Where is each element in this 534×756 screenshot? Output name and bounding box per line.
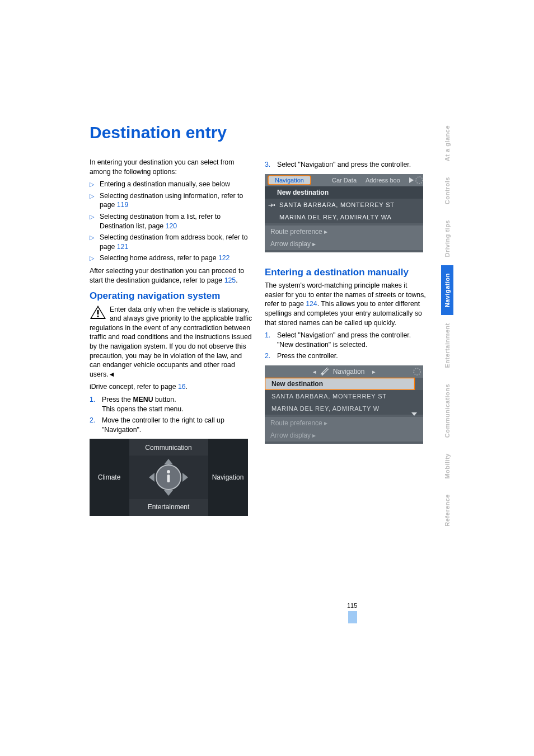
bullet-text: Entering a destination manually, see bel… bbox=[100, 180, 252, 189]
page-link[interactable]: 124 bbox=[306, 300, 317, 308]
svg-text:SANTA BARBARA, MONTERREY ST: SANTA BARBARA, MONTERREY ST bbox=[271, 393, 387, 400]
svg-text:➔•: ➔• bbox=[268, 201, 275, 208]
idrive-left-label: Climate bbox=[98, 473, 121, 481]
bullet-text: Selecting destination from a list, refer… bbox=[100, 212, 252, 231]
svg-text:Navigation: Navigation bbox=[275, 177, 304, 184]
bullet-text: Selecting home address, refer to page 12… bbox=[100, 253, 252, 263]
intro-text: In entering your destination you can sel… bbox=[90, 158, 252, 176]
bullet-text: Selecting destination from address book,… bbox=[100, 233, 252, 251]
page-link[interactable]: 121 bbox=[117, 243, 129, 251]
step-number: 1. bbox=[265, 331, 277, 340]
svg-text:Car Data: Car Data bbox=[332, 177, 357, 184]
svg-point-10 bbox=[167, 470, 170, 473]
after-select-text: After selecting your destination you can… bbox=[90, 266, 252, 285]
side-tabs: At a glance Controls Driving tips Naviga… bbox=[441, 118, 453, 534]
svg-text:New destination: New destination bbox=[271, 380, 323, 388]
warning-block: Enter data only when the vehicle is stat… bbox=[90, 305, 252, 379]
svg-text:Address boo: Address boo bbox=[366, 177, 400, 184]
end-marker-icon: ◄ bbox=[109, 370, 115, 378]
svg-point-40 bbox=[321, 373, 324, 375]
svg-text:MARINA DEL REY, ADMIRALTY W: MARINA DEL REY, ADMIRALTY W bbox=[271, 405, 380, 412]
step-number: 2. bbox=[265, 351, 277, 361]
step-number: 1. bbox=[90, 395, 102, 405]
step-text: Select "Navigation" and press the contro… bbox=[277, 160, 428, 170]
svg-text:Route preference  ▸: Route preference ▸ bbox=[270, 228, 327, 236]
step-number: 3. bbox=[265, 160, 277, 170]
list-item: 2. Press the controller. bbox=[265, 351, 428, 361]
step-number: 2. bbox=[90, 416, 102, 425]
heading-enter-manual: Entering a destination manually bbox=[265, 267, 428, 278]
svg-text:Route preference ▸: Route preference ▸ bbox=[270, 419, 327, 427]
tab-controls[interactable]: Controls bbox=[441, 169, 453, 212]
step-text: Select "Navigation" and press the contro… bbox=[277, 331, 428, 349]
page-title: Destination entry bbox=[90, 123, 428, 142]
page-number: 115 bbox=[347, 602, 357, 609]
nav-screenshot-2: ◂ Navigation ▸ New destinati bbox=[265, 365, 428, 444]
left-steps: 1. Press the MENU button. This opens the… bbox=[90, 395, 252, 434]
svg-rect-3 bbox=[97, 316, 99, 317]
list-item: ▷ Selecting destination from a list, ref… bbox=[90, 212, 252, 231]
step-text: Move the controller to the right to call… bbox=[102, 416, 252, 434]
svg-text:New destination: New destination bbox=[277, 189, 329, 196]
list-item: ▷ Selecting home address, refer to page … bbox=[90, 253, 252, 263]
svg-text:Arrow display ▸: Arrow display ▸ bbox=[270, 240, 316, 248]
tab-reference[interactable]: Reference bbox=[441, 486, 453, 534]
idrive-menu-illustration: Communication Climate Navigation Enterta… bbox=[90, 439, 252, 516]
triangle-icon: ▷ bbox=[90, 212, 94, 222]
left-column: In entering your destination you can sel… bbox=[90, 158, 252, 516]
step-text: Press the controller. bbox=[277, 351, 428, 361]
heading-operating-nav: Operating navigation system bbox=[90, 290, 252, 302]
step-text: Press the MENU button. This opens the st… bbox=[102, 395, 252, 414]
svg-rect-11 bbox=[167, 475, 170, 482]
tab-entertainment[interactable]: Entertainment bbox=[441, 315, 453, 375]
idrive-bottom-label: Entertainment bbox=[148, 503, 190, 511]
manual-para: The system's word-matching principle mak… bbox=[265, 281, 428, 327]
svg-text:◂: ◂ bbox=[313, 368, 316, 375]
tab-driving-tips[interactable]: Driving tips bbox=[441, 212, 453, 265]
idrive-right-label: Navigation bbox=[212, 473, 244, 481]
triangle-icon: ▷ bbox=[90, 233, 94, 242]
list-item: 1. Press the MENU button. This opens the… bbox=[90, 395, 252, 414]
tab-mobility[interactable]: Mobility bbox=[441, 445, 453, 487]
bullet-text: Selecting destination using information,… bbox=[100, 191, 252, 210]
svg-text:Arrow display ▸: Arrow display ▸ bbox=[270, 431, 316, 439]
svg-text:SANTA BARBARA, MONTERREY ST: SANTA BARBARA, MONTERREY ST bbox=[279, 201, 395, 208]
list-item: 1. Select "Navigation" and press the con… bbox=[265, 331, 428, 349]
svg-rect-2 bbox=[97, 310, 99, 314]
triangle-icon: ▷ bbox=[90, 180, 94, 189]
manual-steps: 1. Select "Navigation" and press the con… bbox=[265, 331, 428, 361]
page-link[interactable]: 125 bbox=[224, 276, 236, 284]
tab-at-a-glance[interactable]: At a glance bbox=[441, 118, 453, 169]
tab-navigation[interactable]: Navigation bbox=[441, 265, 453, 315]
tab-communications[interactable]: Communications bbox=[441, 376, 453, 445]
idrive-top-label: Communication bbox=[145, 444, 191, 452]
list-item: ▷ Entering a destination manually, see b… bbox=[90, 180, 252, 189]
warning-icon bbox=[90, 305, 106, 320]
warning-text: Enter data only when the vehicle is stat… bbox=[90, 306, 252, 378]
triangle-icon: ▷ bbox=[90, 191, 94, 201]
options-list: ▷ Entering a destination manually, see b… bbox=[90, 180, 252, 263]
list-item: 3. Select "Navigation" and press the con… bbox=[265, 160, 428, 170]
svg-text:MARINA DEL REY, ADMIRALTY WA: MARINA DEL REY, ADMIRALTY WA bbox=[279, 214, 392, 220]
nav-screenshot-1: Navigation Car Data Address boo New dest… bbox=[265, 174, 428, 252]
triangle-icon: ▷ bbox=[90, 253, 94, 263]
idrive-ref: iDrive concept, refer to page 16. bbox=[90, 382, 252, 392]
page-link[interactable]: 119 bbox=[117, 201, 129, 209]
page-link[interactable]: 16 bbox=[178, 383, 186, 391]
page-link[interactable]: 122 bbox=[218, 254, 230, 262]
svg-text:▸: ▸ bbox=[372, 368, 376, 375]
list-item: 2. Move the controller to the right to c… bbox=[90, 416, 252, 434]
list-item: ▷ Selecting destination from address boo… bbox=[90, 233, 252, 251]
page-link[interactable]: 120 bbox=[166, 222, 177, 230]
svg-text:Navigation: Navigation bbox=[333, 368, 365, 375]
page-marker bbox=[348, 611, 357, 623]
list-item: ▷ Selecting destination using informatio… bbox=[90, 191, 252, 210]
right-column: 3. Select "Navigation" and press the con… bbox=[265, 158, 428, 516]
right-step3: 3. Select "Navigation" and press the con… bbox=[265, 160, 428, 170]
